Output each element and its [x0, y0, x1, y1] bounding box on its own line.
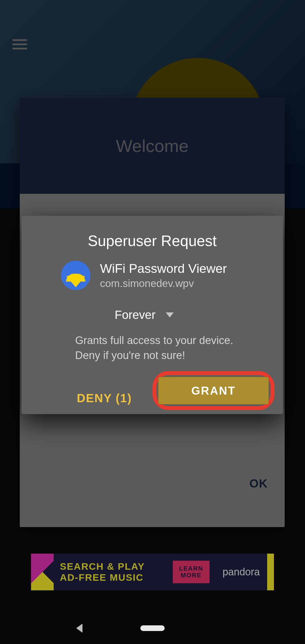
ad-line-2: AD-FREE MUSIC	[60, 572, 173, 583]
superuser-app-row: WiFi Password Viewer com.simonedev.wpv	[21, 261, 283, 290]
superuser-warning: Grants full access to your device. Deny …	[21, 333, 283, 363]
app-name: WiFi Password Viewer	[100, 261, 227, 276]
back-icon[interactable]	[76, 624, 82, 633]
app-icon	[61, 261, 90, 290]
warning-line-2: Deny if you're not sure!	[75, 348, 283, 363]
warning-line-1: Grants full access to your device.	[75, 333, 283, 348]
duration-value: Forever	[115, 308, 156, 322]
system-nav-bar	[0, 612, 305, 644]
ad-brand-logo: pandora	[223, 566, 260, 578]
wifi-fan-icon	[66, 276, 85, 287]
ad-cta-button[interactable]: LEARN MORE	[173, 561, 210, 583]
deny-button[interactable]: DENY (1)	[77, 391, 132, 405]
duration-dropdown[interactable]: Forever	[21, 308, 283, 322]
home-pill[interactable]	[140, 625, 165, 631]
app-package: com.simonedev.wpv	[100, 278, 227, 290]
grant-button[interactable]: GRANT	[158, 377, 269, 404]
ad-line-1: SEARCH & PLAY	[60, 561, 173, 572]
superuser-dialog: Superuser Request WiFi Password Viewer c…	[21, 216, 283, 414]
ad-text: SEARCH & PLAY AD-FREE MUSIC	[54, 561, 173, 583]
ad-banner[interactable]: SEARCH & PLAY AD-FREE MUSIC LEARN MORE p…	[31, 554, 274, 590]
superuser-title: Superuser Request	[21, 216, 283, 261]
ad-decoration-right	[267, 554, 274, 590]
chevron-down-icon	[166, 312, 174, 317]
grant-highlight-annotation: GRANT	[152, 371, 274, 410]
screen-root: Welcome This application is only used to…	[0, 0, 305, 644]
ad-decoration-left	[31, 554, 54, 590]
